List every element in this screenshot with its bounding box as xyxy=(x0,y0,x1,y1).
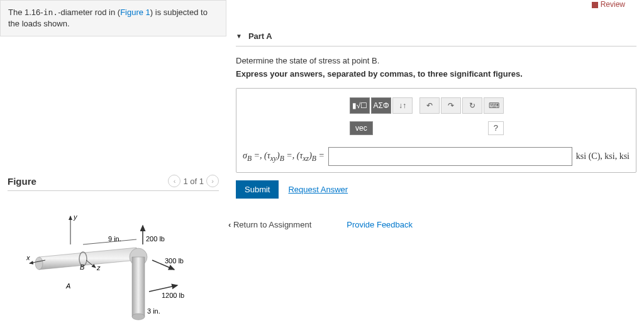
svg-point-0 xyxy=(35,257,43,270)
templates-button[interactable]: ▮√☐ xyxy=(350,97,370,114)
axis-y-label: y xyxy=(73,213,78,221)
equation-toolbar: ▮√☐ ΑΣΦ ↓↑ ↶ ↷ ↻ ⌨ xyxy=(243,95,630,116)
answer-area: ▮√☐ ΑΣΦ ↓↑ ↶ ↷ ↻ ⌨ vec ? σB =, (τxy)B =,… xyxy=(236,88,636,173)
review-text: Review xyxy=(601,0,625,9)
figure-image: y x z B A 9 in. 3 in. 200 lb 300 lb 1200… xyxy=(8,210,219,323)
axis-z-label: z xyxy=(96,264,101,271)
return-link[interactable]: Return to Assignment xyxy=(223,217,316,232)
vec-button[interactable]: vec xyxy=(350,121,373,135)
part-title: Part A xyxy=(248,31,272,41)
reset-button[interactable]: ↻ xyxy=(462,97,482,114)
help-button[interactable]: ? xyxy=(488,121,504,135)
load-1200: 1200 lb xyxy=(162,292,184,299)
subscript-button[interactable]: ↓↑ xyxy=(392,97,413,114)
svg-line-10 xyxy=(149,285,177,292)
figure-header: Figure ‹ 1 of 1 › xyxy=(8,175,219,191)
unit-label: ksi (C), ksi, ksi xyxy=(576,151,630,162)
figure-nav: ‹ 1 of 1 › xyxy=(168,175,219,187)
figure-title: Figure xyxy=(8,176,36,187)
point-b-label: B xyxy=(80,263,84,271)
axis-x-label: x xyxy=(26,254,30,261)
instruction-bold: Express your answers, separated by comma… xyxy=(236,69,636,79)
review-icon xyxy=(592,2,598,8)
svg-point-2 xyxy=(132,314,145,320)
greek-button[interactable]: ΑΣΦ xyxy=(371,97,391,114)
problem-statement: The 1.16-in.-diameter rod in (Figure 1) … xyxy=(0,0,226,36)
instruction-text: Determine the state of stress at point B… xyxy=(236,56,636,65)
part-header[interactable]: ▼ Part A xyxy=(236,31,636,47)
load-200: 200 lb xyxy=(146,235,165,243)
feedback-link[interactable]: Provide Feedback xyxy=(341,217,418,232)
submit-button[interactable]: Submit xyxy=(236,180,279,199)
answer-input[interactable] xyxy=(328,147,572,166)
problem-middle: -diameter rod in ( xyxy=(58,8,120,17)
chevron-right-icon[interactable]: › xyxy=(206,175,219,187)
undo-button[interactable]: ↶ xyxy=(419,97,440,114)
equation-label: σB =, (τxy)B =, (τxz)B = xyxy=(243,151,325,163)
problem-prefix: The 1.16- xyxy=(8,8,43,17)
chevron-left-icon[interactable]: ‹ xyxy=(168,175,180,187)
review-link[interactable]: Review xyxy=(592,0,625,9)
dim-3in: 3 in. xyxy=(147,307,160,315)
request-answer-link[interactable]: Request Answer xyxy=(288,185,348,194)
figure-nav-label: 1 of 1 xyxy=(183,177,204,186)
load-300: 300 lb xyxy=(165,257,184,265)
caret-down-icon: ▼ xyxy=(236,33,242,40)
redo-button[interactable]: ↷ xyxy=(441,97,461,114)
figure-link[interactable]: Figure 1 xyxy=(120,8,150,17)
point-a-label: A xyxy=(65,282,70,290)
keyboard-button[interactable]: ⌨ xyxy=(484,97,504,114)
dim-9in: 9 in. xyxy=(108,235,121,243)
problem-unit: in. xyxy=(43,8,58,17)
